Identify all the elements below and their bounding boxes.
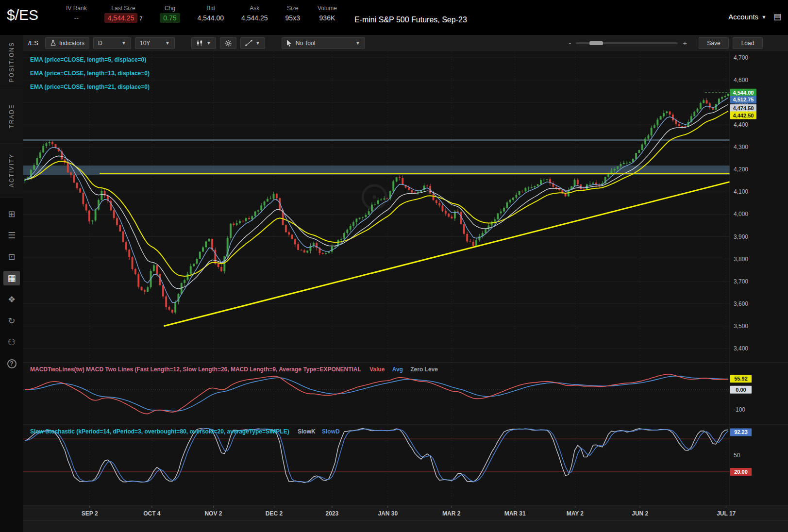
- svg-text:4,700: 4,700: [734, 54, 748, 61]
- range-value: 10Y: [140, 40, 150, 47]
- panel-menu-icon[interactable]: ▤: [773, 12, 781, 22]
- chevron-down-icon: ▼: [355, 40, 360, 46]
- stat-label: Chg: [165, 5, 175, 12]
- candlestick-icon: [196, 40, 203, 46]
- svg-text:2023: 2023: [325, 510, 338, 517]
- chevron-down-icon: ▼: [165, 40, 170, 46]
- svg-text:JUN 2: JUN 2: [632, 510, 648, 517]
- accounts-dropdown[interactable]: Accounts ▼: [728, 13, 767, 21]
- chart-type-dropdown[interactable]: ▼: [191, 37, 216, 49]
- zoom-slider[interactable]: [576, 42, 678, 44]
- price-chart-canvas[interactable]: 3,4003,5003,6003,7003,8003,9004,0004,100…: [23, 51, 788, 532]
- stat-label: Last Size: [111, 5, 135, 12]
- left-sidebar: POSITIONS TRADE ACTIVITY ⊞ ☰ ⊡ ▦ ❖ ↻ ⚇ ?: [0, 35, 23, 532]
- svg-text:4,000: 4,000: [734, 211, 748, 217]
- svg-text:SEP 2: SEP 2: [82, 510, 98, 517]
- contract-description: E-mini S&P 500 Futures, Sep-23: [354, 16, 467, 24]
- stat-label: Volume: [318, 5, 337, 12]
- study-label-ema13[interactable]: EMA (price=CLOSE, length=13, displace=0): [30, 70, 150, 77]
- zoom-control: - +: [569, 39, 687, 47]
- stat-value: --: [74, 14, 79, 22]
- svg-text:92.23: 92.23: [734, 429, 748, 435]
- last-size-qty: 7: [139, 16, 142, 21]
- volume-value: 936K: [319, 14, 335, 22]
- stat-size: Size 95x3: [285, 3, 300, 22]
- chart-settings-button[interactable]: [220, 37, 236, 49]
- svg-text:3,500: 3,500: [734, 323, 748, 330]
- chevron-down-icon: ▼: [255, 40, 260, 46]
- svg-text:3,800: 3,800: [734, 256, 748, 263]
- zoom-out-button[interactable]: -: [569, 39, 571, 47]
- range-dropdown[interactable]: 10Y ▼: [135, 37, 175, 49]
- svg-text:4,300: 4,300: [734, 144, 748, 150]
- stat-last-size: Last Size 4,544.257: [104, 3, 143, 22]
- monitor-icon[interactable]: ⊡: [3, 249, 20, 264]
- stat-label: Bid: [206, 5, 215, 12]
- svg-text:55.92: 55.92: [734, 376, 748, 382]
- stoch-legend-slowd: SlowD: [322, 428, 340, 435]
- stat-label: Size: [287, 5, 298, 12]
- tab-label: ACTIVITY: [8, 153, 15, 187]
- save-button[interactable]: Save: [699, 37, 729, 49]
- stoch-legend-slowk: SlowK: [298, 428, 316, 435]
- sidebar-tab-positions[interactable]: POSITIONS: [0, 35, 23, 89]
- question-mark: ?: [7, 359, 17, 368]
- community-icon[interactable]: ⚇: [3, 335, 20, 349]
- chart-grid-icon[interactable]: ▦: [3, 271, 20, 285]
- svg-text:4,544.00: 4,544.00: [733, 90, 754, 96]
- svg-text:DEC 2: DEC 2: [266, 510, 283, 517]
- bid-value: 4,544.00: [198, 14, 224, 22]
- svg-text:20.00: 20.00: [734, 469, 748, 475]
- load-button[interactable]: Load: [733, 37, 763, 49]
- sidebar-tab-activity[interactable]: ACTIVITY: [0, 144, 23, 198]
- svg-text:4,600: 4,600: [734, 77, 748, 83]
- stat-label: IV Rank: [66, 5, 87, 12]
- chevron-down-icon: ▼: [761, 14, 767, 20]
- accounts-label: Accounts: [728, 13, 758, 21]
- svg-text:0.00: 0.00: [736, 387, 746, 393]
- macd-title: MACDTwoLines(tw) MACD Two Lines (Fast Le…: [30, 366, 361, 373]
- toolbar-symbol-label: /ES: [28, 39, 38, 47]
- svg-text:JUL 17: JUL 17: [717, 510, 736, 517]
- svg-text:NOV 2: NOV 2: [204, 510, 222, 517]
- zoom-slider-handle[interactable]: [589, 41, 603, 45]
- chart-toolbar: /ES Indicators D ▼ 10Y ▼: [23, 35, 788, 51]
- svg-text:4,100: 4,100: [734, 188, 748, 195]
- history-icon[interactable]: ↻: [3, 314, 20, 328]
- gear-icon: [225, 40, 232, 47]
- chevron-down-icon: ▼: [206, 40, 211, 46]
- macd-legend-zero: Zero Leve: [410, 366, 438, 373]
- svg-text:3,700: 3,700: [734, 278, 748, 285]
- study-label-ema5[interactable]: EMA (price=CLOSE, length=5, displace=0): [30, 56, 146, 63]
- svg-text:4,400: 4,400: [734, 121, 748, 128]
- zoom-in-button[interactable]: +: [683, 39, 687, 47]
- ask-value: 4,544.25: [241, 14, 268, 22]
- tab-label: POSITIONS: [8, 42, 15, 82]
- help-icon[interactable]: ?: [3, 356, 20, 371]
- watchlist-icon[interactable]: ☰: [3, 228, 20, 243]
- chart-area[interactable]: 3,4003,5003,6003,7003,8003,9004,0004,100…: [23, 51, 788, 532]
- svg-text:-100: -100: [734, 406, 745, 413]
- indicators-button[interactable]: Indicators: [45, 37, 89, 49]
- macd-legend-value: Value: [369, 366, 385, 373]
- active-tool-dropdown[interactable]: No Tool ▼: [282, 37, 365, 49]
- study-label-ema21[interactable]: EMA (price=CLOSE, length=21, displace=0): [30, 83, 150, 90]
- study-label-macd[interactable]: MACDTwoLines(tw) MACD Two Lines (Fast Le…: [30, 366, 438, 373]
- svg-text:50: 50: [734, 452, 740, 459]
- change-value: 0.75: [160, 13, 180, 23]
- timeframe-dropdown[interactable]: D ▼: [93, 37, 131, 49]
- cursor-icon: [286, 40, 292, 47]
- study-label-stochastic[interactable]: Slow Stochastic (kPeriod=14, dPeriod=3, …: [30, 428, 340, 435]
- svg-text:MAY 2: MAY 2: [567, 510, 584, 517]
- svg-text:MAR 31: MAR 31: [504, 510, 526, 517]
- stat-label: Ask: [250, 5, 259, 12]
- flask-icon: [50, 40, 56, 46]
- sidebar-tab-trade[interactable]: TRADE: [0, 89, 23, 144]
- active-tool-label: No Tool: [296, 40, 315, 47]
- svg-text:4,442.50: 4,442.50: [733, 113, 754, 118]
- calculator-icon[interactable]: ⊞: [3, 207, 20, 221]
- tab-label: TRADE: [8, 104, 15, 129]
- dashboard-icon[interactable]: ❖: [3, 292, 20, 307]
- drawing-set-dropdown[interactable]: ▼: [240, 37, 265, 49]
- chevron-down-icon: ▼: [121, 40, 126, 46]
